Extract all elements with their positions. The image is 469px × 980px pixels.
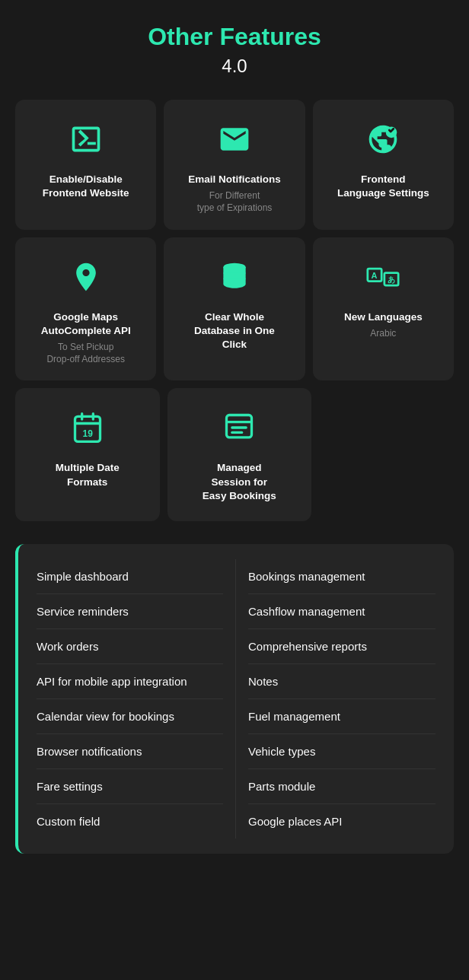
page-container: Other Features 4.0 Enable/DisableFronten… — [0, 0, 469, 884]
features-row-1: Enable/DisableFrontend Website Email Not… — [15, 100, 454, 230]
features-list-grid: Simple dashboard Service reminders Work … — [37, 559, 436, 838]
feature-title-frontend-language: FrontendLanguage Settings — [337, 173, 429, 200]
map-pin-icon — [65, 256, 107, 298]
list-item-custom-field: Custom field — [37, 804, 223, 838]
feature-card-managed-session: ManagedSession forEasy Bookings — [168, 388, 312, 521]
list-item-google-places: Google places API — [248, 804, 436, 838]
features-row-3: 19 Multiple DateFormats ManagedSession f… — [15, 388, 311, 521]
list-item-service-reminders: Service reminders — [37, 594, 223, 629]
feature-title-multiple-date: Multiple DateFormats — [56, 461, 120, 488]
feature-title-enable-disable: Enable/DisableFrontend Website — [43, 173, 129, 200]
list-item-notes: Notes — [248, 664, 436, 699]
feature-title-email-notifications: Email Notifications — [188, 173, 281, 186]
header: Other Features 4.0 — [15, 23, 454, 77]
database-icon — [213, 256, 256, 298]
feature-subtitle-google-maps: To Set PickupDrop-off Addresses — [46, 341, 125, 365]
svg-text:19: 19 — [82, 428, 93, 439]
feature-title-managed-session: ManagedSession forEasy Bookings — [203, 461, 276, 503]
list-item-fare-settings: Fare settings — [37, 769, 223, 804]
list-item-comprehensive-reports: Comprehensive reports — [248, 629, 436, 664]
list-item-work-orders: Work orders — [37, 629, 223, 664]
list-item-api-mobile: API for mobile app integration — [37, 664, 223, 699]
list-item-simple-dashboard: Simple dashboard — [37, 559, 223, 594]
feature-title-new-languages: New Languages — [344, 310, 423, 324]
features-list-section: Simple dashboard Service reminders Work … — [15, 544, 454, 854]
email-icon — [213, 118, 256, 161]
translate-icon: A あ — [362, 256, 404, 298]
page-version: 4.0 — [15, 56, 454, 77]
feature-card-enable-disable: Enable/DisableFrontend Website — [15, 100, 156, 230]
list-item-bookings-management: Bookings management — [248, 559, 436, 594]
feature-card-frontend-language: FrontendLanguage Settings — [313, 100, 454, 230]
list-item-parts-module: Parts module — [248, 769, 436, 804]
svg-text:あ: あ — [388, 275, 396, 284]
list-item-cashflow-management: Cashflow management — [248, 594, 436, 629]
terminal-icon — [65, 118, 107, 161]
list-item-browser-notifications: Browser notifications — [37, 734, 223, 769]
list-item-vehicle-types: Vehicle types — [248, 734, 436, 769]
feature-title-google-maps: Google MapsAutoComplete API — [41, 310, 131, 338]
list-item-fuel-management: Fuel management — [248, 699, 436, 734]
feature-card-clear-database: Clear WholeDatabase in OneClick — [164, 237, 305, 381]
feature-subtitle-email-notifications: For Differenttype of Expirations — [197, 189, 273, 214]
feature-subtitle-new-languages: Arabic — [370, 327, 396, 339]
page-title: Other Features — [15, 23, 454, 51]
list-column-left: Simple dashboard Service reminders Work … — [37, 559, 236, 838]
feature-card-google-maps: Google MapsAutoComplete API To Set Picku… — [15, 237, 156, 381]
calendar-icon: 19 — [66, 406, 109, 449]
settings-language-icon — [362, 118, 404, 161]
svg-rect-12 — [227, 415, 252, 438]
svg-text:A: A — [372, 270, 378, 279]
bookings-session-icon — [218, 406, 260, 449]
list-item-calendar-view: Calendar view for bookings — [37, 699, 223, 734]
features-row-2: Google MapsAutoComplete API To Set Picku… — [15, 237, 454, 381]
feature-card-multiple-date: 19 Multiple DateFormats — [15, 388, 160, 521]
feature-card-email-notifications: Email Notifications For Differenttype of… — [164, 100, 305, 230]
feature-title-clear-database: Clear WholeDatabase in OneClick — [194, 310, 275, 352]
list-column-right: Bookings management Cashflow management … — [236, 559, 436, 838]
feature-card-new-languages: A あ New Languages Arabic — [313, 237, 454, 381]
